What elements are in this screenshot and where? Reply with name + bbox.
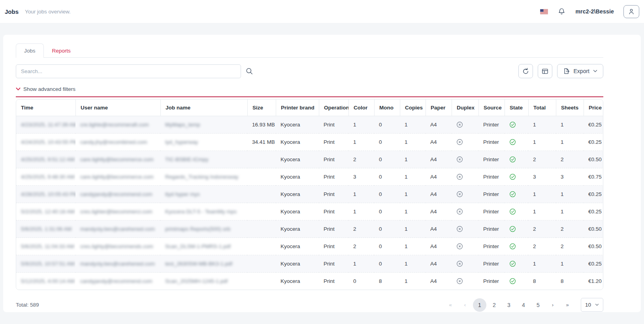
circle-check-icon [509,226,516,232]
table-row[interactable]: 5/6/2025, 1:31:06 AM mandysty.bes@carehe… [16,220,603,238]
pagination: « ‹ 1 2 3 4 5 › » 10 [444,298,603,312]
cell-printer-brand: Kyocera [276,220,319,238]
tab-jobs[interactable]: Jobs [16,43,44,58]
column-header-source[interactable]: Source [478,100,505,116]
pagination-page-3[interactable]: 3 [502,298,516,312]
pagination-next-button[interactable]: › [546,298,559,312]
pagination-last-button[interactable]: » [561,298,574,312]
column-header-paper[interactable]: Paper [426,100,452,116]
cell-operation: Print [319,186,348,203]
cell-source: Printer [478,220,505,238]
pagination-page-4[interactable]: 4 [517,298,530,312]
cell-copies: 1 [400,238,426,255]
pagination-page-1[interactable]: 1 [473,298,486,312]
redacted-job-name: MyMaps_temp [165,122,200,128]
cell-total: 2 [528,220,556,238]
cell-copies: 1 [400,134,426,151]
column-header-duplex[interactable]: Duplex [452,100,478,116]
cell-user-name: cres.lighty@becommends.com [75,238,160,255]
pagination-first-button[interactable]: « [444,298,457,312]
cell-source: Printer [478,116,505,134]
cell-mono: 0 [374,134,400,151]
column-header-copies[interactable]: Copies [400,100,426,116]
cell-state [505,273,528,290]
cell-operation: Print [319,203,348,220]
cell-sheets: 2 [556,151,584,168]
cell-state [505,151,528,168]
cell-color: 1 [348,134,374,151]
redacted-job-name: test_2630SW-MB-BK3-1.pdf [165,261,232,267]
table-row[interactable]: 4/25/2025, 9:51:12 AM care.lightly@becom… [16,151,603,168]
cell-source: Printer [478,168,505,186]
columns-button[interactable] [538,64,552,78]
column-header-mono[interactable]: Mono [374,100,400,116]
search-input[interactable] [16,64,241,78]
table-row[interactable]: 5/2/2025, 12:40:18 AM cres.lighter@becom… [16,203,603,220]
cell-state [505,238,528,255]
column-header-operation[interactable]: Operation [319,100,348,116]
us-flag-icon [540,9,548,14]
cell-sheets: 1 [556,186,584,203]
refresh-button[interactable] [518,64,533,78]
cell-duplex [452,203,478,220]
cell-size: 16.93 MB [247,116,276,134]
column-header-job-name[interactable]: Job name [160,100,247,116]
pagination-page-2[interactable]: 2 [488,298,501,312]
jobs-card: Jobs Reports [3,35,641,312]
column-header-user-name[interactable]: User name [75,100,160,116]
column-header-state[interactable]: State [505,100,528,116]
circle-x-icon [456,226,463,232]
cell-duplex [452,273,478,290]
pagination-page-5[interactable]: 5 [531,298,545,312]
table-row[interactable]: 5/9/2025, 10:57:51 AM mandysty.bes@careh… [16,255,603,273]
table-row[interactable]: 4/24/2025, 10:43:55 PM candy.jhy@recombi… [16,134,603,151]
circle-check-icon [509,191,516,198]
language-selector[interactable] [540,9,548,14]
redacted-job-name: tyd_hyperway [165,139,198,145]
cell-source: Printer [478,238,505,255]
pagination-prev-button[interactable]: ‹ [458,298,472,312]
redacted-time: 5/9/2025, 10:57:51 AM [21,261,75,267]
cell-time: 4/25/2025, 9:51:12 AM [16,151,75,168]
column-header-printer-brand[interactable]: Printer brand [276,100,319,116]
advanced-filters-toggle[interactable]: Show advanced filters [16,86,75,92]
redacted-user-name: cre.lighte@recommeraft.com [80,122,149,128]
page-size-select[interactable]: 10 [581,298,603,312]
redacted-job-name: Scan_DLSM-1-PMRS-1.pdf [165,243,231,249]
circle-x-icon [456,173,463,180]
cell-printer-brand: Kyocera [276,134,319,151]
search-icon [245,67,253,75]
cell-sheets: 3 [556,168,584,186]
cell-printer-brand: Kyocera [276,186,319,203]
table-row[interactable]: 4/28/2025, 10:05:43 PM candyjandy@recomm… [16,186,603,203]
table-row[interactable]: 4/23/2025, 11:47:39 AM cre.lighte@recomm… [16,116,603,134]
column-header-sheets[interactable]: Sheets [556,100,584,116]
export-label: Export [574,68,589,74]
cell-price: €0.25 [584,203,603,220]
table-row[interactable]: 5/12/2025, 4:00:14 AM candyjandy@recomme… [16,273,603,290]
redacted-user-name: cres.lighter@becommerci.com [80,209,153,215]
cell-job-name: ttyd hyper mys [160,186,247,203]
cell-time: 4/28/2025, 10:05:43 PM [16,186,75,203]
cell-paper: A4 [426,203,452,220]
column-header-size[interactable]: Size [247,100,276,116]
column-header-price[interactable]: Price [584,100,603,116]
export-button[interactable]: Export [557,64,603,78]
cell-sheets: 1 [556,134,584,151]
column-header-color[interactable]: Color [348,100,374,116]
table-row[interactable]: 4/25/2025, 9:48:30 AM care.lightly@becom… [16,168,603,186]
cell-duplex [452,134,478,151]
cell-total: 3 [528,168,556,186]
cell-price: €0.25 [584,186,603,203]
account-button[interactable] [623,5,639,18]
column-header-total[interactable]: Total [528,100,556,116]
cell-size [247,168,276,186]
search-button[interactable] [244,66,255,77]
cell-sheets: 2 [556,220,584,238]
column-header-time[interactable]: Time [16,100,75,116]
tab-reports[interactable]: Reports [44,43,79,58]
bell-icon [557,8,566,16]
notifications-button[interactable] [557,8,566,16]
table-row[interactable]: 5/6/2025, 11:04:33 AM cres.lighty@becomm… [16,238,603,255]
cell-job-name: MyMaps_temp [160,116,247,134]
